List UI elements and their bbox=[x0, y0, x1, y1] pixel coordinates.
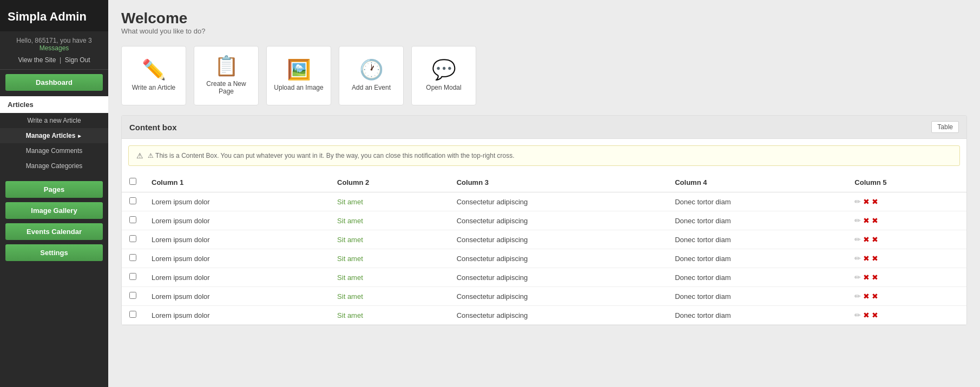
row-checkbox[interactable] bbox=[129, 311, 136, 318]
row-checkbox-cell bbox=[122, 230, 144, 249]
delete-icon[interactable]: ✖ bbox=[863, 273, 870, 282]
row-col3: Consectetur adipiscing bbox=[449, 287, 667, 306]
row-col3: Consectetur adipiscing bbox=[449, 230, 667, 249]
main-content: Welcome What would you like to do? ✏️ Wr… bbox=[108, 0, 980, 387]
row-col4: Donec tortor diam bbox=[667, 287, 847, 306]
row-col2[interactable]: Sit amet bbox=[330, 230, 449, 249]
edit-icon[interactable]: ✏ bbox=[854, 235, 861, 244]
sidebar-greeting: Hello, 865171, you have 3 Messages bbox=[0, 31, 108, 54]
table-row: Lorem ipsum dolor Sit amet Consectetur a… bbox=[122, 192, 966, 211]
sidebar-item-manage-comments[interactable]: Manage Comments bbox=[0, 143, 108, 158]
detach-icon[interactable]: ✖ bbox=[872, 273, 878, 282]
detach-icon[interactable]: ✖ bbox=[872, 216, 878, 225]
data-table: Column 1 Column 2 Column 3 Column 4 Colu… bbox=[122, 172, 966, 325]
main-header: Welcome What would you like to do? bbox=[108, 0, 980, 41]
sidebar: Simpla Admin Hello, 865171, you have 3 M… bbox=[0, 0, 108, 387]
row-col3: Consectetur adipiscing bbox=[449, 211, 667, 230]
sign-out-link[interactable]: Sign Out bbox=[65, 56, 90, 64]
row-col4: Donec tortor diam bbox=[667, 211, 847, 230]
row-col2[interactable]: Sit amet bbox=[330, 192, 449, 211]
delete-icon[interactable]: ✖ bbox=[863, 235, 870, 244]
row-checkbox-cell bbox=[122, 211, 144, 230]
pages-button[interactable]: Pages bbox=[5, 181, 103, 198]
action-create-page-label: Create a New Page bbox=[200, 80, 253, 95]
delete-icon[interactable]: ✖ bbox=[863, 311, 870, 319]
detach-icon[interactable]: ✖ bbox=[872, 311, 878, 319]
action-create-page[interactable]: 📋 Create a New Page bbox=[194, 46, 259, 105]
table-row: Lorem ipsum dolor Sit amet Consectetur a… bbox=[122, 230, 966, 249]
detach-icon[interactable]: ✖ bbox=[872, 254, 878, 263]
clock-icon: 🕐 bbox=[359, 60, 384, 79]
image-gallery-button[interactable]: Image Gallery bbox=[5, 202, 103, 219]
edit-icon[interactable]: ✏ bbox=[854, 292, 861, 301]
delete-icon[interactable]: ✖ bbox=[863, 292, 870, 301]
action-open-modal-label: Open Modal bbox=[426, 84, 461, 91]
row-checkbox-cell bbox=[122, 306, 144, 325]
edit-icon[interactable]: ✏ bbox=[854, 273, 861, 282]
events-calendar-button[interactable]: Events Calendar bbox=[5, 223, 103, 240]
row-col2[interactable]: Sit amet bbox=[330, 306, 449, 325]
row-col2[interactable]: Sit amet bbox=[330, 287, 449, 306]
row-col4: Donec tortor diam bbox=[667, 192, 847, 211]
row-col4: Donec tortor diam bbox=[667, 249, 847, 268]
notification-box: ⚠ ⚠ This is a Content Box. You can put w… bbox=[128, 145, 960, 166]
col1-header: Column 1 bbox=[144, 172, 330, 192]
content-box-title: Content box bbox=[129, 123, 177, 132]
select-all-checkbox[interactable] bbox=[129, 178, 136, 185]
edit-icon[interactable]: ✏ bbox=[854, 216, 861, 225]
sidebar-item-write-article[interactable]: Write a new Article bbox=[0, 113, 108, 128]
page-title: Welcome bbox=[121, 10, 967, 27]
delete-icon[interactable]: ✖ bbox=[863, 197, 870, 206]
action-open-modal[interactable]: 💬 Open Modal bbox=[411, 46, 476, 105]
table-row: Lorem ipsum dolor Sit amet Consectetur a… bbox=[122, 306, 966, 325]
view-site-link[interactable]: View the Site bbox=[18, 56, 56, 64]
action-upload-image[interactable]: 🖼️ Upload an Image bbox=[266, 46, 331, 105]
row-checkbox-cell bbox=[122, 287, 144, 306]
settings-button[interactable]: Settings bbox=[5, 244, 103, 261]
row-col1: Lorem ipsum dolor bbox=[144, 249, 330, 268]
row-checkbox[interactable] bbox=[129, 292, 136, 299]
delete-icon[interactable]: ✖ bbox=[863, 254, 870, 263]
sidebar-item-manage-articles[interactable]: Manage Articles bbox=[0, 128, 108, 143]
dashboard-button[interactable]: Dashboard bbox=[5, 74, 103, 91]
row-checkbox[interactable] bbox=[129, 235, 136, 242]
table-button[interactable]: Table bbox=[931, 121, 959, 133]
row-col1: Lorem ipsum dolor bbox=[144, 268, 330, 287]
edit-icon[interactable]: ✏ bbox=[854, 254, 861, 263]
modal-icon: 💬 bbox=[432, 60, 456, 79]
row-col1: Lorem ipsum dolor bbox=[144, 306, 330, 325]
articles-section-header: Articles bbox=[0, 96, 108, 113]
row-col2[interactable]: Sit amet bbox=[330, 211, 449, 230]
row-checkbox[interactable] bbox=[129, 273, 136, 280]
row-col1: Lorem ipsum dolor bbox=[144, 230, 330, 249]
row-checkbox[interactable] bbox=[129, 254, 136, 261]
messages-link[interactable]: Messages bbox=[40, 44, 69, 52]
row-col5: ✏ ✖ ✖ bbox=[847, 268, 966, 287]
row-checkbox[interactable] bbox=[129, 197, 136, 204]
col5-header: Column 5 bbox=[847, 172, 966, 192]
edit-icon[interactable]: ✏ bbox=[854, 197, 861, 206]
table-row: Lorem ipsum dolor Sit amet Consectetur a… bbox=[122, 211, 966, 230]
action-upload-image-label: Upload an Image bbox=[274, 84, 323, 91]
row-col4: Donec tortor diam bbox=[667, 306, 847, 325]
image-icon: 🖼️ bbox=[287, 60, 311, 79]
row-checkbox[interactable] bbox=[129, 216, 136, 223]
action-write-article[interactable]: ✏️ Write an Article bbox=[121, 46, 186, 105]
quick-actions: ✏️ Write an Article 📋 Create a New Page … bbox=[108, 41, 980, 115]
action-add-event[interactable]: 🕐 Add an Event bbox=[339, 46, 404, 105]
sidebar-item-manage-categories[interactable]: Manage Categories bbox=[0, 158, 108, 174]
row-col2[interactable]: Sit amet bbox=[330, 268, 449, 287]
edit-icon[interactable]: ✏ bbox=[854, 311, 861, 319]
row-col3: Consectetur adipiscing bbox=[449, 268, 667, 287]
page-subtitle: What would you like to do? bbox=[121, 27, 967, 35]
pencil-icon: ✏️ bbox=[142, 60, 166, 79]
detach-icon[interactable]: ✖ bbox=[872, 197, 878, 206]
delete-icon[interactable]: ✖ bbox=[863, 216, 870, 225]
row-col3: Consectetur adipiscing bbox=[449, 249, 667, 268]
page-icon: 📋 bbox=[214, 56, 239, 76]
row-col2[interactable]: Sit amet bbox=[330, 249, 449, 268]
action-write-article-label: Write an Article bbox=[132, 84, 175, 91]
row-checkbox-cell bbox=[122, 268, 144, 287]
detach-icon[interactable]: ✖ bbox=[872, 235, 878, 244]
detach-icon[interactable]: ✖ bbox=[872, 292, 878, 301]
